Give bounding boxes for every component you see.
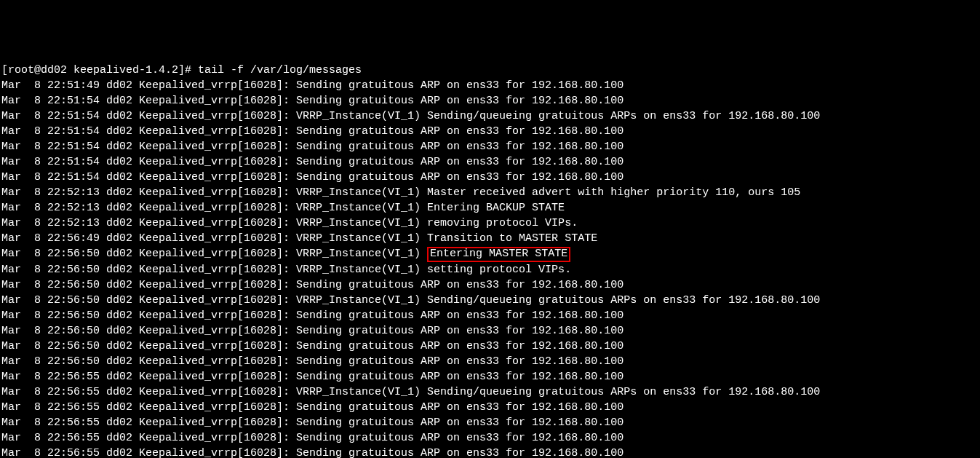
log-line: Mar 8 22:56:55 dd02 Keepalived_vrrp[1602… xyxy=(1,446,980,459)
log-line: Mar 8 22:56:50 dd02 Keepalived_vrrp[1602… xyxy=(1,308,980,323)
highlight-box: Entering MASTER STATE xyxy=(427,247,570,262)
log-line: Mar 8 22:51:54 dd02 Keepalived_vrrp[1602… xyxy=(1,139,980,154)
terminal-output[interactable]: [root@dd02 keepalived-1.4.2]# tail -f /v… xyxy=(0,61,980,458)
log-line: Mar 8 22:56:55 dd02 Keepalived_vrrp[1602… xyxy=(1,430,980,446)
log-line: Mar 8 22:56:50 dd02 Keepalived_vrrp[1602… xyxy=(1,293,980,308)
log-line: Mar 8 22:56:55 dd02 Keepalived_vrrp[1602… xyxy=(1,369,980,384)
command-prompt-line: [root@dd02 keepalived-1.4.2]# tail -f /v… xyxy=(1,63,980,78)
log-line: Mar 8 22:56:55 dd02 Keepalived_vrrp[1602… xyxy=(1,400,980,415)
log-line: Mar 8 22:56:50 dd02 Keepalived_vrrp[1602… xyxy=(1,277,980,293)
log-line: Mar 8 22:56:55 dd02 Keepalived_vrrp[1602… xyxy=(1,415,980,430)
log-line: Mar 8 22:56:50 dd02 Keepalived_vrrp[1602… xyxy=(1,354,980,369)
log-line: Mar 8 22:52:13 dd02 Keepalived_vrrp[1602… xyxy=(1,185,980,200)
log-line-highlighted: Mar 8 22:56:50 dd02 Keepalived_vrrp[1602… xyxy=(1,246,980,262)
log-line: Mar 8 22:51:54 dd02 Keepalived_vrrp[1602… xyxy=(1,108,980,124)
log-line: Mar 8 22:51:54 dd02 Keepalived_vrrp[1602… xyxy=(1,93,980,108)
log-line: Mar 8 22:56:49 dd02 Keepalived_vrrp[1602… xyxy=(1,231,980,246)
log-line: Mar 8 22:56:55 dd02 Keepalived_vrrp[1602… xyxy=(1,384,980,400)
log-line: Mar 8 22:56:50 dd02 Keepalived_vrrp[1602… xyxy=(1,323,980,339)
log-line: Mar 8 22:51:49 dd02 Keepalived_vrrp[1602… xyxy=(1,78,980,93)
log-line: Mar 8 22:51:54 dd02 Keepalived_vrrp[1602… xyxy=(1,124,980,139)
log-line-prefix: Mar 8 22:56:50 dd02 Keepalived_vrrp[1602… xyxy=(1,248,427,260)
log-line: Mar 8 22:56:50 dd02 Keepalived_vrrp[1602… xyxy=(1,339,980,354)
log-line: Mar 8 22:52:13 dd02 Keepalived_vrrp[1602… xyxy=(1,216,980,231)
log-line: Mar 8 22:51:54 dd02 Keepalived_vrrp[1602… xyxy=(1,154,980,170)
log-line: Mar 8 22:52:13 dd02 Keepalived_vrrp[1602… xyxy=(1,200,980,216)
log-line: Mar 8 22:56:50 dd02 Keepalived_vrrp[1602… xyxy=(1,262,980,277)
log-line: Mar 8 22:51:54 dd02 Keepalived_vrrp[1602… xyxy=(1,170,980,185)
